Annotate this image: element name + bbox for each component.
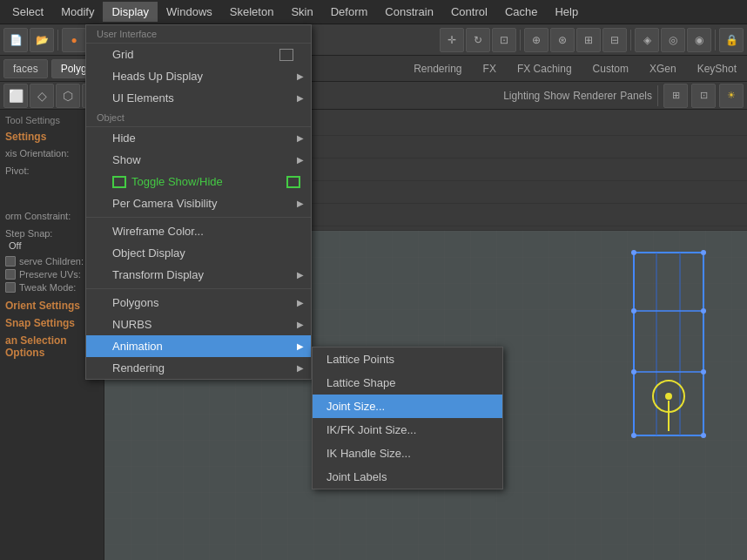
constraint-label: orm Constraint: [5,211,98,221]
diamond-icon[interactable]: ◇ [30,84,54,108]
rendering-check [97,362,109,374]
panels-label[interactable]: Panels [620,90,652,102]
move-icon[interactable]: ✛ [440,28,464,52]
menu-help[interactable]: Help [546,2,587,22]
lattice-shape-label: Lattice Shape [326,376,488,389]
menu-item-wireframe-color[interactable]: Wireframe Color... [86,220,311,242]
menu-item-grid[interactable]: Grid [86,44,311,65]
camera-icon[interactable]: ◎ [661,28,685,52]
lattice-icon[interactable]: ⊟ [602,28,627,52]
viewport-icon[interactable]: ⊞ [663,84,688,108]
show-label[interactable]: Show [543,90,569,102]
menu-skin[interactable]: Skin [282,2,321,22]
preserve-uvs-checkbox[interactable] [5,269,16,280]
magnet-icon[interactable]: ⊛ [550,28,575,52]
per-camera-check [97,198,109,210]
snap-icon[interactable]: ⊕ [524,28,548,52]
menu-divider-1 [86,217,311,218]
tweak-mode-checkbox[interactable] [5,282,16,293]
nurbs-arrow: ▶ [297,320,304,329]
toggle-label: Toggle Show/Hide [131,175,283,188]
fx-caching-tab[interactable]: FX Caching [510,61,579,77]
wireframe-check [97,226,109,238]
tweak-mode-row: Tweak Mode: [5,282,98,293]
grid-icon[interactable]: ⊞ [576,28,601,52]
menu-item-toggle-show-hide[interactable]: Toggle Show/Hide [86,171,311,192]
box-icon[interactable]: ⬜ [3,84,28,108]
svg-point-8 [631,433,636,438]
menu-item-ui-elements[interactable]: UI Elements ▶ [86,87,311,109]
menu-skeleton[interactable]: Skeleton [221,2,283,22]
sphere-icon[interactable]: ● [62,28,86,52]
new-file-icon[interactable]: 📄 [3,28,28,52]
faces-tab[interactable]: faces [3,59,48,78]
submenu-ikfk-joint-size[interactable]: IK/FK Joint Size... [313,418,502,442]
xgen-tab[interactable]: XGen [643,61,683,77]
transform-arrow: ▶ [297,270,304,280]
rotate-icon[interactable]: ↻ [466,28,490,52]
renderer-label[interactable]: Renderer [573,90,616,102]
preserve-children-label: serve Children: [19,256,84,267]
keyshot-tab[interactable]: KeyShot [690,61,744,77]
open-file-icon[interactable]: 📂 [30,28,54,52]
svg-point-12 [631,369,636,374]
menu-item-hud[interactable]: Heads Up Display ▶ [86,65,311,87]
light-icon[interactable]: ◉ [687,28,711,52]
display-dropdown[interactable]: User Interface Grid Heads Up Display ▶ U… [85,24,312,380]
selection-options-section: an Selection Options [5,334,98,359]
sun-icon[interactable]: ☀ [719,84,744,108]
animation-arrow: ▶ [297,341,304,351]
menu-windows[interactable]: Windows [158,2,221,22]
hud-arrow: ▶ [297,71,304,81]
grid-check [97,49,109,61]
submenu-joint-size[interactable]: Joint Size... [313,395,502,418]
lock-icon[interactable]: 🔒 [719,28,744,52]
joint-labels-label: Joint Labels [326,470,488,483]
preserve-children-checkbox[interactable] [5,256,16,267]
lighting-label[interactable]: Lighting [503,90,540,102]
snap-settings-section: Snap Settings [5,317,98,329]
cube-icon[interactable]: ⬡ [56,84,80,108]
step-snap-label: Step Snap: [5,228,98,239]
menu-select[interactable]: Select [3,2,52,22]
menu-item-object-display[interactable]: Object Display [86,242,311,264]
submenu-ik-handle-size[interactable]: IK Handle Size... [313,442,502,465]
show-label: Show [112,153,300,166]
fx-tab[interactable]: FX [476,61,503,77]
lattice-svg [625,248,712,440]
show-check [97,154,109,166]
preserve-uvs-row: Preserve UVs: [5,269,98,280]
menu-item-hide[interactable]: Hide ▶ [86,127,311,149]
menu-item-animation[interactable]: Animation ▶ [86,335,311,357]
layout-icon[interactable]: ⊡ [691,84,716,108]
hud-check [97,71,109,83]
menu-constrain[interactable]: Constrain [376,2,442,22]
joint-size-label: Joint Size... [326,400,488,413]
animation-check [97,341,109,353]
object-display-label: Object Display [112,246,300,260]
rendering-tab[interactable]: Rendering [407,61,468,77]
menu-display[interactable]: Display [103,2,158,22]
menu-item-rendering[interactable]: Rendering ▶ [86,357,311,379]
toolbar-separator-3 [520,30,521,51]
menu-deform[interactable]: Deform [322,2,377,22]
submenu-lattice-shape[interactable]: Lattice Shape [313,371,502,395]
menu-item-show[interactable]: Show ▶ [86,149,311,171]
grid-checkbox [279,49,293,61]
menu-item-transform-display[interactable]: Transform Display ▶ [86,264,311,286]
toggle-check [97,176,109,188]
submenu-lattice-points[interactable]: Lattice Points [313,347,502,371]
toggle-icon-box [112,176,126,188]
toolbar-separator-1 [57,30,58,51]
menu-item-per-camera[interactable]: Per Camera Visibility ▶ [86,192,311,214]
menu-item-nurbs[interactable]: NURBS ▶ [86,314,311,335]
custom-tab[interactable]: Custom [586,61,636,77]
menu-control[interactable]: Control [442,2,496,22]
menu-modify[interactable]: Modify [52,2,103,22]
scale-icon[interactable]: ⊡ [492,28,516,52]
menu-item-polygons[interactable]: Polygons ▶ [86,292,311,314]
render-icon[interactable]: ◈ [635,28,659,52]
animation-submenu[interactable]: Lattice Points Lattice Shape Joint Size.… [312,347,503,489]
menu-cache[interactable]: Cache [496,2,547,22]
submenu-joint-labels[interactable]: Joint Labels [313,465,502,489]
